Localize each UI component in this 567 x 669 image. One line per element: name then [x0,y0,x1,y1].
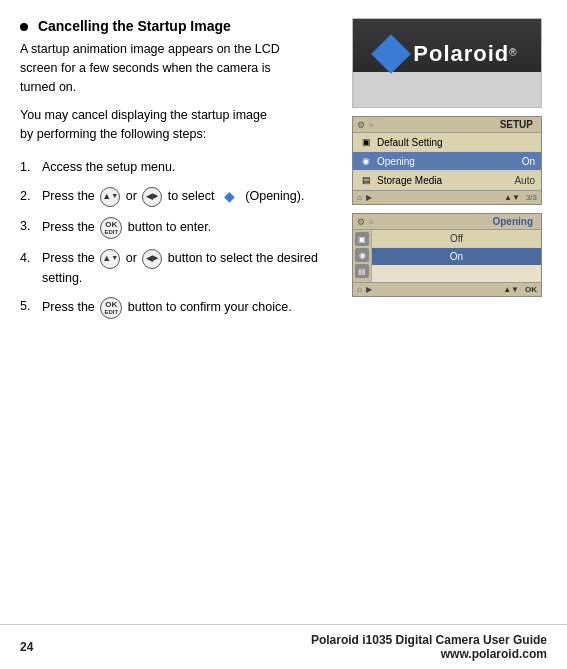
polaroid-logo-box: Polaroid® [352,18,542,108]
setup-screen-header: ⚙ ≈ SETUP [353,117,541,133]
step-1-num: 1. [20,158,42,177]
opening-label: Opening [377,156,518,167]
ok-edit-icon: OKEDIT [100,217,122,239]
step-2: 2. Press the ▲▼ or ◀▶ to select ◆ (Openi… [20,187,332,207]
storage-icon: ▤ [359,173,373,187]
opening-home-icon: ⌂ [357,285,362,294]
step-3-num: 3. [20,217,42,236]
setup-gear-icon: ⚙ [357,120,365,130]
side-icon-3: ▤ [355,264,369,278]
home-icon: ⌂ [357,193,362,202]
scroll-up2-icon: ▲▼ [100,249,120,269]
bullet-icon [20,23,28,31]
step-4-num: 4. [20,249,42,268]
default-setting-label: Default Setting [377,137,531,148]
polaroid-logo-text: Polaroid® [413,41,516,67]
step-3-text: Press the OKEDIT button to enter. [42,217,332,239]
scroll-left2-icon: ◀▶ [142,249,162,269]
step-4-text: Press the ▲▼ or ◀▶ button to select the … [42,249,332,288]
intro-text: A startup animation image appears on the… [20,40,332,144]
step-5-num: 5. [20,297,42,316]
step-2-num: 2. [20,187,42,206]
intro-line-6: by performing the following steps: [20,125,332,144]
website: www.polaroid.com [311,647,547,661]
opening-row: ◉ Opening On [353,152,541,171]
default-setting-row: ▣ Default Setting [353,133,541,152]
opening-screen-icon: ⚙ [357,217,365,227]
page-title: Cancelling the Startup Image [38,18,231,34]
step-4: 4. Press the ▲▼ or ◀▶ button to select t… [20,249,332,288]
scroll-up-icon: ▲▼ [100,187,120,207]
opening-nav-arrows: ▲▼ [503,285,519,294]
diamond-icon: ◆ [220,187,240,207]
ok-edit2-icon: OKEDIT [100,297,122,319]
polaroid-logo-inner: Polaroid® [377,40,516,68]
setup-screen: ⚙ ≈ SETUP ▣ Default Setting ◉ Opening On [352,116,542,205]
brand-name: Polaroid [413,41,509,66]
opening-side-icons: ▣ ◉ ▤ [353,230,372,282]
opening-screen: ⚙ ≈ Opening ▣ ◉ ▤ Off On [352,213,542,297]
opening-play-icon: ▶ [366,285,372,294]
step-2-text: Press the ▲▼ or ◀▶ to select ◆ (Opening)… [42,187,332,207]
intro-line-3: turned on. [20,78,332,97]
main-content: Cancelling the Startup Image A startup a… [0,0,567,624]
step-1: 1. Access the setup menu. [20,158,332,177]
steps-list: 1. Access the setup menu. 2. Press the ▲… [20,158,332,320]
polaroid-diamond-icon [371,34,411,74]
section-title: Cancelling the Startup Image [20,18,332,34]
nav-arrows: ▲▼ [504,193,520,202]
default-icon: ▣ [359,135,373,149]
intro-line-2: screen for a few seconds when the camera… [20,59,332,78]
page-container: Cancelling the Startup Image A startup a… [0,0,567,669]
product-name: Polaroid i1035 Digital Camera User Guide [311,633,547,647]
side-icon-1: ▣ [355,232,369,246]
step-5: 5. Press the OKEDIT button to confirm yo… [20,297,332,319]
page-indicator: 3/3 [526,193,537,202]
footer-bar: 24 Polaroid i1035 Digital Camera User Gu… [0,624,567,669]
opening-screen-title: Opening [378,216,537,227]
left-column: Cancelling the Startup Image A startup a… [20,18,347,614]
opening-screen-body: ▣ ◉ ▤ Off On [353,230,541,282]
ok-confirm-indicator: OK [525,285,537,294]
footer-product-info: Polaroid i1035 Digital Camera User Guide… [311,633,547,661]
page-number: 24 [20,640,33,654]
option-off: Off [372,230,541,248]
reg-symbol: ® [509,47,516,58]
play-icon: ▶ [366,193,372,202]
opening-icon: ◉ [359,154,373,168]
intro-line-1: A startup animation image appears on the… [20,40,332,59]
storage-label: Storage Media [377,175,510,186]
step-5-text: Press the OKEDIT button to confirm your … [42,297,332,319]
right-column: Polaroid® ⚙ ≈ SETUP ▣ Default Setting [347,18,547,614]
setup-screen-footer: ⌂ ▶ ▲▼ 3/3 [353,190,541,204]
opening-screen-footer: ⌂ ▶ ▲▼ OK [353,282,541,296]
step-1-text: Access the setup menu. [42,158,332,177]
scroll-left-icon: ◀▶ [142,187,162,207]
setup-title: SETUP [378,119,537,130]
option-on: On [372,248,541,265]
storage-value: Auto [514,175,535,186]
storage-row: ▤ Storage Media Auto [353,171,541,190]
opening-options: Off On [372,230,541,282]
side-icon-2: ◉ [355,248,369,262]
opening-screen-header: ⚙ ≈ Opening [353,214,541,230]
opening-value: On [522,156,535,167]
step-3: 3. Press the OKEDIT button to enter. [20,217,332,239]
intro-line-5: You may cancel displaying the startup im… [20,106,332,125]
